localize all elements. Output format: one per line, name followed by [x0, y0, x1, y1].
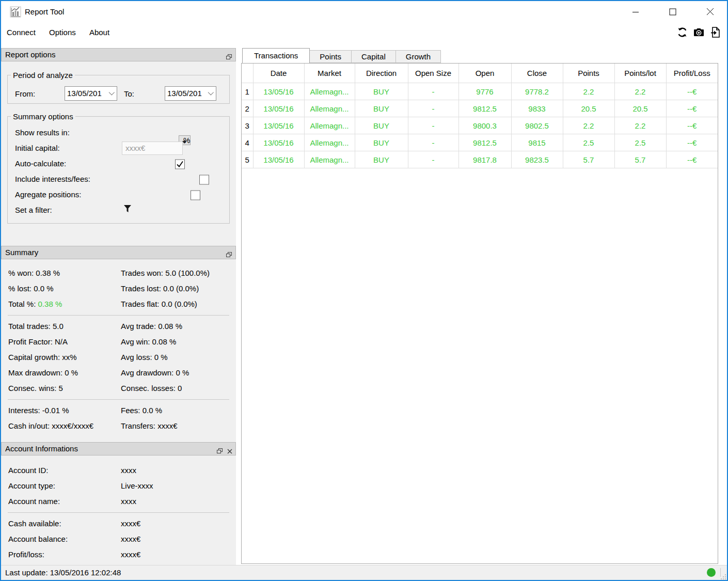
row-number-cell[interactable]: 2 — [242, 100, 253, 117]
cell[interactable]: --€ — [666, 151, 718, 168]
info-row: Total trades: 5.0Avg trade: 0.08 % — [1, 319, 236, 334]
cell[interactable]: 13/05/16 — [253, 100, 304, 117]
info-row: Cash available:xxxx€ — [1, 516, 236, 531]
cell[interactable]: 9812.5 — [458, 134, 511, 151]
cell[interactable]: 20.5 — [614, 100, 666, 117]
tab-capital[interactable]: Capital — [352, 50, 396, 63]
auto-calculate-checkbox[interactable] — [175, 160, 185, 169]
divider — [8, 399, 229, 400]
cell[interactable]: 13/05/16 — [253, 134, 304, 151]
filter-funnel-icon[interactable] — [123, 202, 132, 218]
cell[interactable]: Allemagn... — [304, 151, 355, 168]
chevron-down-icon — [209, 91, 213, 96]
cell[interactable]: --€ — [666, 83, 718, 100]
cell[interactable]: - — [408, 83, 458, 100]
cell[interactable]: --€ — [666, 117, 718, 134]
tab-growth[interactable]: Growth — [396, 50, 441, 63]
cell[interactable]: --€ — [666, 100, 718, 117]
table-row[interactable]: 213/05/16Allemagn...BUY-9812.5983320.520… — [242, 100, 718, 117]
menu-connect[interactable]: Connect — [1, 22, 41, 42]
summary-title: Summary — [5, 248, 38, 257]
table-row[interactable]: 513/05/16Allemagn...BUY-9817.89823.55.75… — [242, 151, 718, 168]
column-header[interactable]: Points — [563, 64, 614, 83]
cell[interactable]: BUY — [355, 83, 408, 100]
cell[interactable]: - — [408, 134, 458, 151]
tab-points[interactable]: Points — [310, 50, 352, 63]
minimize-button[interactable] — [624, 1, 647, 22]
cell[interactable]: - — [408, 151, 458, 168]
cell[interactable]: Allemagn... — [304, 134, 355, 151]
column-header[interactable]: Open — [458, 64, 511, 83]
cell[interactable]: 13/05/16 — [253, 151, 304, 168]
cell[interactable]: 9800.3 — [458, 117, 511, 134]
transactions-table-container: DateMarketDirectionOpen SizeOpenClosePoi… — [241, 63, 718, 564]
close-button[interactable] — [698, 1, 722, 22]
column-header[interactable]: Open Size — [408, 64, 458, 83]
table-row[interactable]: 413/05/16Allemagn...BUY-9812.598152.52.5… — [242, 134, 718, 151]
column-header[interactable] — [242, 64, 253, 83]
initial-capital-field[interactable] — [122, 142, 183, 155]
maximize-button[interactable] — [661, 1, 685, 22]
camera-icon[interactable] — [693, 27, 704, 38]
info-row: Profit/loss:xxxx€ — [1, 547, 236, 562]
cell[interactable]: 2.2 — [614, 83, 666, 100]
cell[interactable]: 2.2 — [614, 117, 666, 134]
cell[interactable]: 9817.8 — [458, 151, 511, 168]
column-header[interactable]: Close — [511, 64, 563, 83]
cell[interactable]: 5.7 — [614, 151, 666, 168]
cell[interactable]: BUY — [355, 134, 408, 151]
agregate-positions-checkbox[interactable] — [191, 191, 200, 200]
cell[interactable]: 9823.5 — [511, 151, 563, 168]
export-icon[interactable] — [709, 27, 721, 38]
cell[interactable]: --€ — [666, 134, 718, 151]
cell[interactable]: 9778.2 — [511, 83, 563, 100]
cell[interactable]: BUY — [355, 100, 408, 117]
cell[interactable]: 9802.5 — [511, 117, 563, 134]
summary-options-groupbox: Summary options Show results in: % Initi… — [7, 112, 230, 224]
cell[interactable]: Allemagn... — [304, 117, 355, 134]
row-number-cell[interactable]: 1 — [242, 83, 253, 100]
cell[interactable]: 9776 — [458, 83, 511, 100]
cell[interactable]: 13/05/16 — [253, 117, 304, 134]
cell[interactable]: Allemagn... — [304, 100, 355, 117]
column-header[interactable]: Date — [253, 64, 304, 83]
include-fees-checkbox[interactable] — [199, 175, 209, 185]
cell[interactable]: - — [408, 117, 458, 134]
tab-transactions[interactable]: Transactions — [242, 48, 310, 63]
table-row[interactable]: 313/05/16Allemagn...BUY-9800.39802.52.22… — [242, 117, 718, 134]
report-options-header: Report options — [1, 48, 236, 61]
cell[interactable]: 9815 — [511, 134, 563, 151]
column-header[interactable]: Profit/Loss — [666, 64, 718, 83]
cell[interactable]: 20.5 — [563, 100, 614, 117]
title-bar: Report Tool — [1, 1, 727, 22]
info-row: % lost: 0.0 %Trades lost: 0.0 (0.0%) — [1, 281, 236, 296]
column-header[interactable]: Points/lot — [614, 64, 666, 83]
column-header[interactable]: Direction — [355, 64, 408, 83]
left-dock: Report options Period of analyze From: 1… — [1, 48, 236, 567]
refresh-icon[interactable] — [676, 27, 688, 38]
table-row[interactable]: 113/05/16Allemagn...BUY-97769778.22.22.2… — [242, 83, 718, 100]
column-header[interactable]: Market — [304, 64, 355, 83]
tab-bar: TransactionsPointsCapitalGrowth — [242, 49, 441, 63]
to-date-combobox[interactable]: 13/05/201 — [165, 86, 216, 101]
resize-grip-icon[interactable] — [721, 574, 726, 579]
row-number-cell[interactable]: 3 — [242, 117, 253, 134]
menu-about[interactable]: About — [84, 22, 115, 42]
row-number-cell[interactable]: 4 — [242, 134, 253, 151]
cell[interactable]: - — [408, 100, 458, 117]
cell[interactable]: BUY — [355, 117, 408, 134]
cell[interactable]: 2.2 — [563, 83, 614, 100]
cell[interactable]: BUY — [355, 151, 408, 168]
cell[interactable]: 9812.5 — [458, 100, 511, 117]
row-number-cell[interactable]: 5 — [242, 151, 253, 168]
account-info-body: Account ID:xxxxAccount type:Live-xxxxAcc… — [1, 456, 236, 567]
cell[interactable]: 13/05/16 — [253, 83, 304, 100]
cell[interactable]: 2.2 — [563, 117, 614, 134]
cell[interactable]: 2.5 — [563, 134, 614, 151]
from-date-combobox[interactable]: 13/05/201 — [65, 86, 117, 101]
cell[interactable]: 2.5 — [614, 134, 666, 151]
cell[interactable]: 9833 — [511, 100, 563, 117]
menu-options[interactable]: Options — [43, 22, 82, 42]
cell[interactable]: Allemagn... — [304, 83, 355, 100]
cell[interactable]: 5.7 — [563, 151, 614, 168]
